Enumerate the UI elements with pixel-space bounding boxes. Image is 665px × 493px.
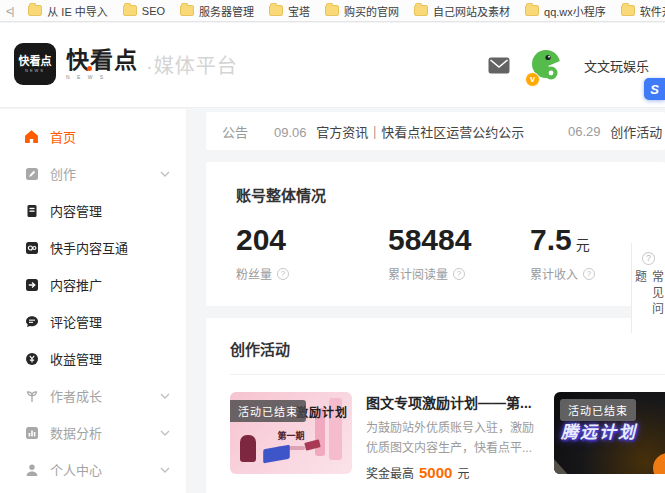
avatar[interactable]: v [528, 47, 566, 85]
kuaishou-icon [24, 240, 39, 255]
comment-icon [24, 314, 39, 329]
folder-icon [325, 5, 339, 16]
activity-card-incentive-plan[interactable]: 活动已结束 激励计划 第一期 图文专项激励计划——第... 为鼓励站外优质账号入… [230, 392, 536, 481]
username[interactable]: 文文玩娱乐 [584, 56, 649, 75]
bookmark-item[interactable]: 服务器管理 [180, 3, 254, 19]
sprout-icon [24, 388, 39, 403]
app-logo-icon: 快看点 NEWS [14, 43, 56, 85]
sidebar-nav: 首页 创作 内容管理 快手内容互通 内容推广 评论管理 收益管理 作者成长 数据… [0, 109, 186, 493]
sidebar-item-kuaishou-sync[interactable]: 快手内容互通 [0, 229, 186, 266]
brand-logo[interactable]: 快看点 NEWS 快看点 N E W S ·媒体平台 [14, 43, 238, 85]
chevron-down-icon [160, 467, 170, 473]
bookmark-item[interactable]: 从 IE 中导入 [28, 3, 108, 19]
mail-icon[interactable] [488, 57, 510, 74]
bookmark-item[interactable]: 购买的官网 [325, 3, 399, 19]
coin-icon [24, 351, 39, 366]
stat-total-income: 7.5元 累计收入? [530, 225, 595, 282]
sidebar-item-home[interactable]: 首页 [0, 118, 186, 155]
sidebar-item-author-growth[interactable]: 作者成长 [0, 377, 186, 414]
folder-icon [123, 5, 137, 16]
sidebar-item-content-management[interactable]: 内容管理 [0, 192, 186, 229]
bookmark-label: 宝塔 [288, 3, 310, 19]
bookmark-label: 从 IE 中导入 [47, 3, 108, 19]
bookmark-label: 购买的官网 [344, 3, 399, 19]
activity-card-tengyuan-plan[interactable]: 活动已结束 腾远计划 [554, 392, 665, 481]
reward-prefix: 奖金最高 [366, 464, 414, 481]
stat-total-reads: 58484 累计阅读量? [388, 225, 530, 282]
sidebar-item-label: 内容推广 [50, 275, 102, 294]
sidebar-item-label: 首页 [50, 127, 76, 146]
activity-description: 为鼓励站外优质账号入驻，激励优质图文内容生产，快看点平... [366, 419, 536, 459]
activity-ended-badge: 活动已结束 [560, 399, 636, 421]
activity-title: 图文专项激励计划——第... [366, 392, 536, 412]
brand-name: 快看点 [66, 49, 138, 72]
stat-fans: 204 粉丝量? [236, 225, 388, 282]
folder-icon [180, 5, 194, 16]
help-icon[interactable]: ? [453, 268, 465, 280]
folder-icon [621, 5, 635, 16]
sidebar-item-revenue-management[interactable]: 收益管理 [0, 340, 186, 377]
sidebar-item-data-analysis[interactable]: 数据分析 [0, 414, 186, 451]
help-icon[interactable]: ? [277, 268, 289, 280]
creation-activities-title: 创作活动 [230, 338, 641, 359]
reward-unit: 元 [457, 464, 469, 481]
bookmark-label: 服务器管理 [199, 3, 254, 19]
chevron-down-icon [160, 393, 170, 399]
back-icon[interactable]: <| [6, 5, 13, 17]
stat-label: 累计阅读量 [388, 265, 448, 282]
sidebar-item-create[interactable]: 创作 [0, 155, 186, 192]
app-logo-subtext: NEWS [25, 69, 45, 73]
sidebar-item-label: 内容管理 [50, 201, 102, 220]
brand-subtext: N E W S [66, 74, 138, 80]
pencil-icon [24, 166, 39, 181]
activity-thumbnail: 活动已结束 激励计划 第一期 [230, 392, 352, 474]
sidebar-item-label: 创作 [50, 164, 76, 183]
thumbnail-phase: 第一期 [277, 429, 304, 442]
creation-activities-card: 创作活动 活动已结束 激励计划 第一期 图文专项激励计划——第... 为鼓励站外 [206, 318, 665, 493]
sidebar-item-comment-management[interactable]: 评论管理 [0, 303, 186, 340]
help-icon[interactable]: ? [583, 268, 595, 280]
stat-label: 累计收入 [530, 265, 578, 282]
announcement-date: 06.29 [568, 124, 601, 139]
bookmark-item[interactable]: SEO [123, 5, 165, 17]
announcement-link[interactable]: 06.29 创作活动｜“旅游 [568, 112, 665, 150]
announcement-link[interactable]: 09.06 官方资讯｜快看点社区运营公约公示 [274, 122, 524, 141]
avatar-verified-badge: v [525, 72, 540, 87]
person-icon [24, 462, 39, 477]
announcement-label: 公告 [222, 122, 248, 141]
thumbnail-title: 腾远计划 [561, 418, 637, 443]
book-decoration [263, 445, 290, 464]
sidebar-item-content-promotion[interactable]: 内容推广 [0, 266, 186, 303]
stat-value: 7.5 [530, 225, 572, 255]
app-header: 快看点 NEWS 快看点 N E W S ·媒体平台 v 文文玩娱乐 [0, 23, 665, 108]
app-logo-text: 快看点 [19, 56, 52, 67]
arrow-right-icon [24, 277, 39, 292]
sidebar-item-label: 快手内容互通 [50, 238, 128, 257]
bookmark-item[interactable]: 软件开发接单 [621, 3, 665, 19]
announcement-date: 09.06 [274, 125, 307, 140]
sidebar-item-label: 评论管理 [50, 312, 102, 331]
bar-chart-icon [24, 425, 39, 440]
bookmark-item[interactable]: 宝塔 [269, 3, 310, 19]
announcement-text: 官方资讯｜快看点社区运营公约公示 [316, 125, 524, 140]
floating-plugin-button[interactable]: S [644, 78, 665, 100]
stat-label: 粉丝量 [236, 265, 272, 282]
bookmark-item[interactable]: 自己网站及素材 [414, 3, 510, 19]
folder-icon [269, 5, 283, 16]
announcement-text: 创作活动｜“旅游 [610, 122, 665, 141]
home-icon [24, 129, 39, 144]
brand-dot [87, 66, 92, 71]
reward-value: 5000 [419, 464, 452, 481]
sidebar-item-personal-center[interactable]: 个人中心 [0, 451, 186, 488]
faq-widget[interactable]: ? 常见问题 [631, 243, 665, 333]
stat-value: 204 [236, 225, 286, 255]
figure-decoration [240, 435, 256, 462]
decoration [653, 453, 665, 474]
browser-bookmarks-bar: <| 从 IE 中导入 SEO 服务器管理 宝塔 购买的官网 自己网站及素材 q… [0, 0, 665, 22]
folder-icon [28, 5, 42, 16]
sidebar-item-label: 作者成长 [50, 386, 102, 405]
bookmark-item[interactable]: qq.wx小程序 [525, 3, 606, 19]
activity-thumbnail: 活动已结束 腾远计划 [554, 392, 665, 474]
sidebar-item-label: 数据分析 [50, 423, 102, 442]
divider [230, 374, 665, 375]
